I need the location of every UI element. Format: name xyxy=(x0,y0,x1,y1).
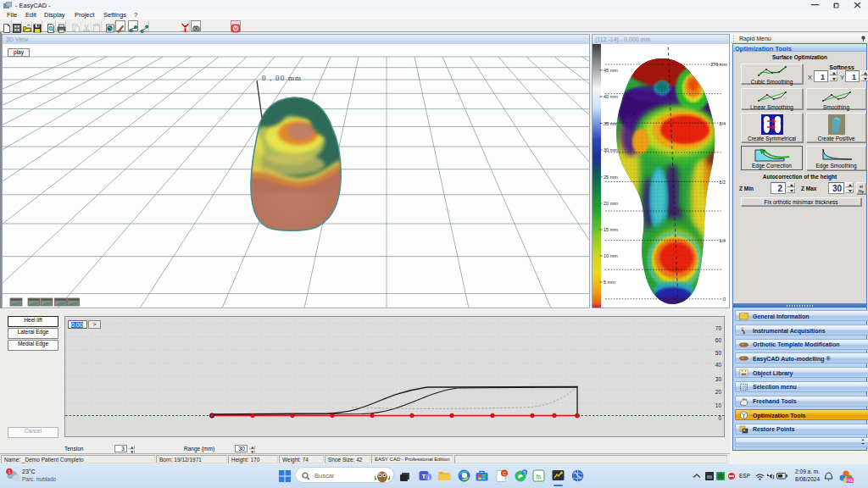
svg-text:10 mm: 10 mm xyxy=(604,253,618,258)
svg-text:50: 50 xyxy=(715,350,722,356)
svg-text:30: 30 xyxy=(715,376,722,382)
svg-text:j: j xyxy=(427,474,430,480)
svg-text:0 , 00 mm: 0 , 00 mm xyxy=(262,74,302,82)
svg-text:20: 20 xyxy=(715,389,722,395)
svg-text:60: 60 xyxy=(715,337,722,343)
svg-text:5 mm: 5 mm xyxy=(604,280,615,285)
svg-text:70: 70 xyxy=(715,325,722,331)
svg-text:20 mm: 20 mm xyxy=(604,201,618,206)
svg-text:5: 5 xyxy=(524,470,526,475)
svg-text:0: 0 xyxy=(723,297,726,302)
svg-text:40 mm: 40 mm xyxy=(604,94,618,99)
svg-text:45 mm: 45 mm xyxy=(604,68,618,73)
svg-text:C: C xyxy=(503,471,506,476)
svg-text:1/4: 1/4 xyxy=(719,238,726,243)
svg-text:40: 40 xyxy=(715,362,722,368)
svg-text:3/4: 3/4 xyxy=(719,121,726,126)
svg-text:1: 1 xyxy=(8,469,10,474)
svg-text:0: 0 xyxy=(718,415,721,421)
svg-text:FRE: FRE xyxy=(846,479,854,483)
svg-text:1/2: 1/2 xyxy=(719,180,726,185)
svg-text:T: T xyxy=(422,473,426,480)
svg-text:15 mm: 15 mm xyxy=(604,227,618,232)
svg-text:30 mm: 30 mm xyxy=(604,147,618,152)
svg-text:25 mm: 25 mm xyxy=(604,175,618,180)
svg-text:10: 10 xyxy=(715,402,722,408)
svg-text:276 mm: 276 mm xyxy=(710,62,727,67)
svg-text:fs: fs xyxy=(536,473,541,480)
